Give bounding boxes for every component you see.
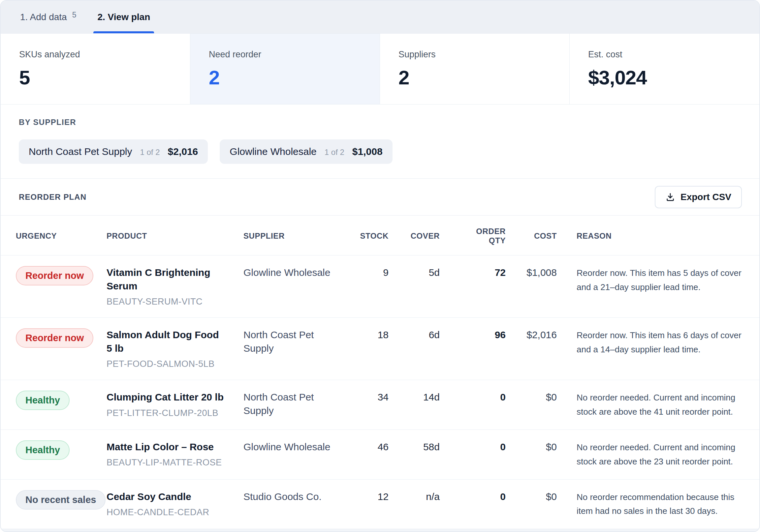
tab-view-plan[interactable]: 2. View plan	[93, 1, 154, 33]
supplier-chip-name: North Coast Pet Supply	[29, 146, 132, 157]
stat-value: 5	[19, 66, 190, 89]
stat-label: Need reorder	[209, 49, 380, 60]
cost-cell: $0	[506, 391, 557, 404]
urgency-cell: Reorder now	[16, 328, 107, 348]
by-supplier-heading: BY SUPPLIER	[19, 118, 759, 127]
table-row: No recent sales Cedar Soy Candle HOME-CA…	[1, 480, 759, 529]
product-name: Vitamin C Brightening Serum	[107, 266, 225, 293]
supplier-cell: Studio Goods Co.	[243, 490, 357, 504]
stat-value: 2	[399, 66, 569, 89]
supplier-cell: Glowline Wholesale	[243, 440, 357, 454]
urgency-cell: Healthy	[16, 391, 107, 410]
reason-cell: No reorder needed. Current and incoming …	[557, 440, 748, 469]
supplier-chip-amount: $1,008	[352, 146, 383, 157]
table-row: Reorder now Vitamin C Brightening Serum …	[1, 255, 759, 318]
stat-label: Suppliers	[399, 49, 569, 60]
cover-cell: n/a	[389, 490, 440, 504]
export-csv-label: Export CSV	[681, 192, 731, 202]
reorder-plan-title: REORDER PLAN	[19, 193, 86, 202]
stat-suppliers: Suppliers 2	[380, 34, 570, 104]
column-header-cover: COVER	[389, 231, 440, 241]
stock-cell: 12	[357, 490, 389, 504]
cost-cell: $1,008	[506, 266, 557, 280]
tab-view-plan-label: 2. View plan	[97, 12, 150, 22]
urgency-cell: Reorder now	[16, 266, 107, 286]
stat-value: $3,024	[588, 66, 759, 89]
product-sku: BEAUTY-SERUM-VITC	[107, 297, 225, 307]
product-name: Clumping Cat Litter 20 lb	[107, 391, 225, 404]
cover-cell: 5d	[389, 266, 440, 280]
column-header-stock: STOCK	[357, 231, 389, 241]
order-qty-cell: 0	[440, 440, 506, 454]
column-header-order-qty: ORDER QTY	[440, 227, 506, 245]
download-icon	[665, 192, 675, 202]
cover-cell: 14d	[389, 391, 440, 404]
tab-add-data-badge: 5	[72, 11, 76, 20]
product-sku: PET-LITTER-CLUMP-20LB	[107, 408, 225, 418]
stock-cell: 46	[357, 440, 389, 454]
stat-est-cost: Est. cost $3,024	[570, 34, 759, 104]
supplier-chip-glowline[interactable]: Glowline Wholesale 1 of 2 $1,008	[220, 139, 392, 164]
stat-value: 2	[209, 66, 380, 89]
by-supplier-section: BY SUPPLIER North Coast Pet Supply 1 of …	[1, 105, 759, 179]
cost-cell: $0	[506, 440, 557, 454]
product-cell: Salmon Adult Dog Food 5 lb PET-FOOD-SALM…	[107, 328, 243, 369]
tab-add-data[interactable]: 1. Add data 5	[16, 1, 80, 33]
column-header-urgency: URGENCY	[16, 231, 107, 241]
reason-cell: Reorder now. This item has 6 days of cov…	[557, 328, 748, 357]
reorder-planner-app: 1. Add data 5 2. View plan SKUs analyzed…	[0, 0, 760, 532]
reorder-plan-table: URGENCY PRODUCT SUPPLIER STOCK COVER ORD…	[1, 216, 759, 529]
status-badge: Healthy	[16, 391, 70, 410]
stock-cell: 34	[357, 391, 389, 404]
status-badge: No recent sales	[16, 490, 106, 510]
reason-cell: No reorder needed. Current and incoming …	[557, 391, 748, 419]
tab-add-data-label: 1. Add data	[20, 12, 67, 22]
supplier-chip-count: 1 of 2	[325, 148, 344, 157]
column-header-supplier: SUPPLIER	[243, 231, 357, 241]
column-header-reason: REASON	[557, 231, 748, 241]
tab-bar: 1. Add data 5 2. View plan	[1, 1, 759, 34]
supplier-chip-north-coast[interactable]: North Coast Pet Supply 1 of 2 $2,016	[19, 139, 208, 164]
supplier-cell: Glowline Wholesale	[243, 266, 357, 280]
product-name: Salmon Adult Dog Food 5 lb	[107, 328, 225, 355]
supplier-cell: North Coast Pet Supply	[243, 328, 357, 355]
product-sku: HOME-CANDLE-CEDAR	[107, 507, 225, 517]
stock-cell: 18	[357, 328, 389, 342]
product-cell: Matte Lip Color – Rose BEAUTY-LIP-MATTE-…	[107, 440, 243, 468]
product-cell: Cedar Soy Candle HOME-CANDLE-CEDAR	[107, 490, 243, 518]
calculation-note: Calculated with 30-day target cover and …	[1, 529, 759, 532]
cost-cell: $2,016	[506, 328, 557, 342]
stat-need-reorder: Need reorder 2	[190, 34, 380, 104]
product-sku: PET-FOOD-SALMON-5LB	[107, 359, 225, 369]
stock-cell: 9	[357, 266, 389, 280]
reason-cell: Reorder now. This item has 5 days of cov…	[557, 266, 748, 294]
cost-cell: $0	[506, 490, 557, 504]
status-badge: Reorder now	[16, 328, 93, 348]
table-row: Reorder now Salmon Adult Dog Food 5 lb P…	[1, 318, 759, 380]
cover-cell: 58d	[389, 440, 440, 454]
supplier-chips: North Coast Pet Supply 1 of 2 $2,016 Glo…	[19, 139, 759, 164]
product-cell: Vitamin C Brightening Serum BEAUTY-SERUM…	[107, 266, 243, 307]
reorder-plan-header: REORDER PLAN Export CSV	[1, 179, 759, 216]
urgency-cell: No recent sales	[16, 490, 107, 510]
order-qty-cell: 96	[440, 328, 506, 342]
supplier-chip-name: Glowline Wholesale	[230, 146, 316, 157]
supplier-chip-count: 1 of 2	[140, 148, 160, 157]
product-name: Matte Lip Color – Rose	[107, 440, 225, 454]
urgency-cell: Healthy	[16, 440, 107, 460]
table-row: Healthy Matte Lip Color – Rose BEAUTY-LI…	[1, 430, 759, 480]
stat-label: SKUs analyzed	[19, 49, 190, 60]
product-cell: Clumping Cat Litter 20 lb PET-LITTER-CLU…	[107, 391, 243, 418]
product-sku: BEAUTY-LIP-MATTE-ROSE	[107, 458, 225, 468]
status-badge: Healthy	[16, 440, 70, 460]
column-header-product: PRODUCT	[107, 231, 243, 241]
export-csv-button[interactable]: Export CSV	[655, 186, 742, 208]
stat-skus-analyzed: SKUs analyzed 5	[1, 34, 190, 104]
status-badge: Reorder now	[16, 266, 93, 286]
table-header-row: URGENCY PRODUCT SUPPLIER STOCK COVER ORD…	[1, 216, 759, 255]
stat-label: Est. cost	[588, 49, 759, 60]
product-name: Cedar Soy Candle	[107, 490, 225, 504]
column-header-cost: COST	[506, 231, 557, 241]
reason-cell: No reorder recommendation because this i…	[557, 490, 748, 518]
order-qty-cell: 72	[440, 266, 506, 280]
